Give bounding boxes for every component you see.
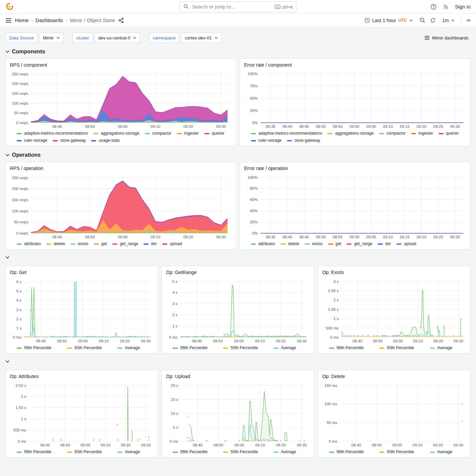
- breadcrumb-home[interactable]: Home: [15, 17, 29, 23]
- legend-item-ingester[interactable]: ingester: [177, 130, 199, 137]
- menu-hamburger-icon[interactable]: [5, 18, 12, 23]
- legend-item-usage-stats[interactable]: usage-stats: [91, 137, 120, 144]
- legend-item-50th-percentile[interactable]: 50th Percentile: [67, 449, 102, 455]
- legend-item-store-gateway[interactable]: store-gateway: [287, 137, 320, 144]
- news-rss-icon[interactable]: [443, 4, 449, 10]
- legend-item-attributes[interactable]: attributes: [251, 241, 275, 247]
- refresh-interval-dropdown[interactable]: 1m: [440, 17, 457, 23]
- legend-item-compactor[interactable]: compactor: [145, 130, 171, 137]
- chart-plot[interactable]: 0 ms500 ms1 s1.50 s2 s2.50 s08:4008:5009…: [9, 380, 154, 448]
- legend-item-get[interactable]: get: [328, 241, 341, 247]
- chart-plot[interactable]: 0 ms5 s10 s15 s20 s08:4008:5009:0009:100…: [165, 380, 310, 448]
- legend-item-50th-percentile[interactable]: 50th Percentile: [379, 345, 414, 351]
- legend-item-ingester[interactable]: ingester: [411, 130, 433, 137]
- legend-item-querier[interactable]: querier: [204, 130, 224, 137]
- legend-item-average[interactable]: Average: [117, 449, 140, 455]
- legend-item-exists[interactable]: exists: [70, 241, 88, 247]
- legend-item-99th-percentile[interactable]: 99th Percentile: [329, 345, 364, 351]
- legend-item-99th-percentile[interactable]: 99th Percentile: [17, 449, 51, 455]
- row-toggle-latency-2[interactable]: [5, 358, 471, 365]
- variable-namespace-value[interactable]: cortex-dev-01: [181, 33, 221, 43]
- collapse-controls-button[interactable]: [466, 19, 471, 22]
- legend-item-99th-percentile[interactable]: 99th Percentile: [329, 449, 364, 455]
- chart-plot[interactable]: 0 ms1 s2 s3 s4 s5 s6 s08:4008:5009:0009:…: [9, 276, 154, 344]
- panel-title[interactable]: Op: Delete: [322, 373, 467, 380]
- panel-title[interactable]: Error rate / component: [244, 62, 467, 68]
- refresh-button[interactable]: [430, 18, 436, 23]
- legend-item-store-gateway[interactable]: store-gateway: [53, 137, 86, 144]
- legend-item-50th-percentile[interactable]: 50th Percentile: [223, 449, 258, 455]
- grafana-logo-icon[interactable]: [5, 2, 14, 11]
- variable-datasource-value[interactable]: Mimir: [39, 33, 64, 43]
- legend-item-ruler-storage[interactable]: ruler-storage: [251, 137, 282, 144]
- legend-item-attributes[interactable]: attributes: [17, 241, 41, 247]
- legend-item-average[interactable]: Average: [430, 449, 452, 455]
- chart-plot[interactable]: 0%20%40%60%80%100%08:3508:4008:4508:5008…: [243, 172, 467, 240]
- panel-title[interactable]: Op: Attributes: [10, 373, 154, 380]
- chart-plot[interactable]: 0 ms50 ms100 ms150 ms08:4008:5009:0009:1…: [322, 380, 467, 448]
- section-operations[interactable]: Operations: [5, 151, 471, 159]
- panel-title[interactable]: RPS / component: [10, 62, 233, 68]
- chart-op-exists[interactable]: 0 ms500 ms1 s1.50 s2 s2.50 s3 s08:4008:5…: [322, 276, 467, 351]
- chart-rps-component[interactable]: 0 req/s50 req/s100 req/s150 req/s200 req…: [9, 69, 233, 144]
- legend-item-average[interactable]: Average: [273, 345, 296, 351]
- legend-item-average[interactable]: Average: [117, 345, 140, 351]
- legend-item-50th-percentile[interactable]: 50th Percentile: [379, 449, 414, 455]
- legend-item-adaptive-metrics-recommendations[interactable]: adaptive-metrics-recommendations: [251, 130, 322, 137]
- chart-plot[interactable]: 0 ms500 ms1 s1.50 s2 s2.50 s3 s08:4008:5…: [322, 276, 467, 344]
- legend-item-delete[interactable]: delete: [46, 241, 65, 247]
- legend-item-querier[interactable]: querier: [439, 130, 459, 137]
- panel-title[interactable]: Op: Exists: [322, 269, 467, 276]
- chart-op-getrange[interactable]: 0 ms1 s2 s3 s4 s5 s08:4008:5009:0009:100…: [165, 276, 310, 351]
- legend-item-get[interactable]: get: [94, 241, 107, 247]
- chart-plot[interactable]: 0%25%50%75%100%08:3508:4008:4508:5008:55…: [243, 69, 467, 130]
- legend-item-delete[interactable]: delete: [280, 241, 299, 247]
- global-search[interactable]: ctrl+k: [180, 1, 296, 12]
- chart-op-upload[interactable]: 0 ms5 s10 s15 s20 s08:4008:5009:0009:100…: [165, 380, 310, 455]
- zoom-out-button[interactable]: [420, 17, 425, 23]
- legend-item-iter[interactable]: iter: [378, 241, 391, 247]
- variable-cluster-value[interactable]: dev-us-central-0: [95, 33, 140, 43]
- help-icon[interactable]: [430, 4, 437, 10]
- chart-plot[interactable]: 0 ms1 s2 s3 s4 s5 s08:4008:5009:0009:100…: [165, 276, 310, 344]
- legend-item-ruler-storage[interactable]: ruler-storage: [17, 137, 47, 144]
- legend-item-99th-percentile[interactable]: 99th Percentile: [173, 449, 207, 455]
- panel-title[interactable]: Op: GetRange: [166, 269, 310, 276]
- time-range-picker[interactable]: Last 1 hour UTC: [362, 17, 415, 23]
- search-input[interactable]: [191, 4, 272, 10]
- share-icon[interactable]: [118, 18, 124, 23]
- legend-item-50th-percentile[interactable]: 50th Percentile: [67, 345, 102, 351]
- chart-op-delete[interactable]: 0 ms50 ms100 ms150 ms08:4008:5009:0009:1…: [322, 380, 467, 455]
- legend-item-iter[interactable]: iter: [143, 241, 157, 247]
- legend-item-average[interactable]: Average: [273, 449, 296, 455]
- legend-item-upload[interactable]: upload: [162, 241, 182, 247]
- chart-plot[interactable]: 0 req/s50 req/s100 req/s150 req/s200 req…: [9, 69, 233, 130]
- chart-plot[interactable]: 0 req/s50 req/s100 req/s150 req/s200 req…: [9, 172, 233, 240]
- panel-title[interactable]: Error rate / operation: [244, 165, 467, 172]
- panel-title[interactable]: Op: Upload: [166, 373, 310, 380]
- legend-item-adaptive-metrics-recommendations[interactable]: adaptive-metrics-recommendations: [17, 130, 88, 137]
- legend-item-99th-percentile[interactable]: 99th Percentile: [17, 345, 51, 351]
- legend-item-get-range[interactable]: get_range: [346, 241, 372, 247]
- legend-item-99th-percentile[interactable]: 99th Percentile: [173, 345, 207, 351]
- chart-op-attributes[interactable]: 0 ms500 ms1 s1.50 s2 s2.50 s08:4008:5009…: [9, 380, 154, 455]
- chart-rps-operation[interactable]: 0 req/s50 req/s100 req/s150 req/s200 req…: [9, 172, 233, 247]
- chart-error-rate-operation[interactable]: 0%20%40%60%80%100%08:3508:4008:4508:5008…: [243, 172, 467, 247]
- legend-item-exists[interactable]: exists: [305, 241, 323, 247]
- row-toggle-latency-1[interactable]: [5, 254, 471, 261]
- legend-item-50th-percentile[interactable]: 50th Percentile: [223, 345, 258, 351]
- panel-title[interactable]: Op: Get: [10, 269, 154, 276]
- section-components[interactable]: Components: [5, 48, 471, 56]
- legend-item-upload[interactable]: upload: [396, 241, 416, 247]
- legend-item-aggregations-storage[interactable]: aggregations-storage: [93, 130, 139, 137]
- legend-item-get-range[interactable]: get_range: [112, 241, 138, 247]
- legend-item-average[interactable]: Average: [430, 345, 452, 351]
- breadcrumb-dashboards[interactable]: Dashboards: [35, 17, 63, 23]
- chart-error-rate-component[interactable]: 0%25%50%75%100%08:3508:4008:4508:5008:55…: [243, 69, 467, 144]
- legend-item-compactor[interactable]: compactor: [379, 130, 406, 137]
- mimir-dashboards-button[interactable]: Mimir dashboards: [422, 35, 471, 41]
- legend-item-aggregations-storage[interactable]: aggregations-storage: [327, 130, 373, 137]
- chart-op-get[interactable]: 0 ms1 s2 s3 s4 s5 s6 s08:4008:5009:0009:…: [9, 276, 154, 351]
- sign-in-button[interactable]: Sign in: [455, 4, 471, 10]
- panel-title[interactable]: RPS / operation: [10, 165, 233, 172]
